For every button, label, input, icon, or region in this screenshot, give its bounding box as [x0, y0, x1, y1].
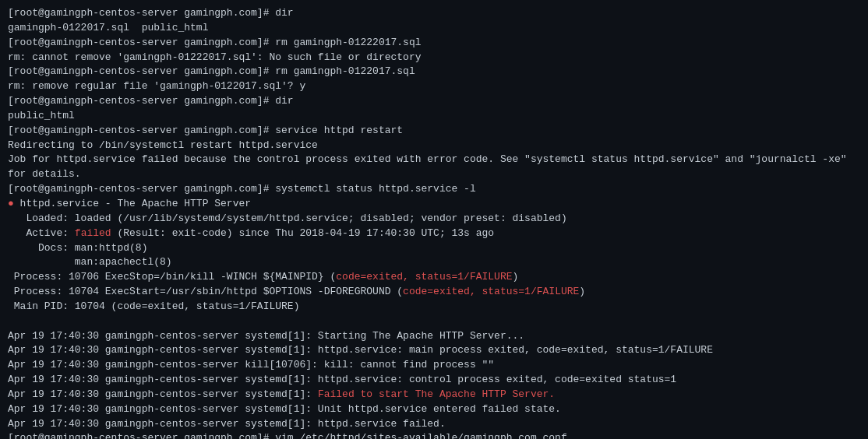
terminal-line: [root@gamingph-centos-server gamingph.co… — [8, 431, 860, 439]
terminal-line: Docs: man:httpd(8) — [8, 241, 860, 256]
terminal-line: [root@gamingph-centos-server gamingph.co… — [8, 124, 860, 139]
terminal-line: Apr 19 17:40:30 gamingph-centos-server s… — [8, 329, 860, 344]
terminal-line: [root@gamingph-centos-server gamingph.co… — [8, 36, 860, 51]
terminal-line: Main PID: 10704 (code=exited, status=1/F… — [8, 300, 860, 314]
terminal-line: Process: 10706 ExecStop=/bin/kill -WINCH… — [8, 270, 860, 285]
terminal-line: Apr 19 17:40:30 gamingph-centos-server s… — [8, 343, 860, 358]
terminal-line: Active: failed (Result: exit-code) since… — [8, 227, 860, 241]
terminal-line: rm: cannot remove 'gamingph-01222017.sql… — [8, 51, 860, 65]
terminal-line: Apr 19 17:40:30 gamingph-centos-server s… — [8, 402, 860, 417]
terminal-line: [root@gamingph-centos-server gamingph.co… — [8, 94, 860, 109]
terminal-line: Apr 19 17:40:30 gamingph-centos-server s… — [8, 417, 860, 432]
terminal-line: Process: 10704 ExecStart=/usr/sbin/httpd… — [8, 285, 860, 300]
terminal-line: man:apachectl(8) — [8, 255, 860, 270]
terminal-line: ● httpd.service - The Apache HTTP Server — [8, 197, 860, 212]
terminal-line: Redirecting to /bin/systemctl restart ht… — [8, 139, 860, 153]
terminal-line: Apr 19 17:40:30 gamingph-centos-server s… — [8, 373, 860, 388]
terminal-line — [8, 314, 860, 329]
terminal-output: [root@gamingph-centos-server gamingph.co… — [8, 6, 860, 439]
terminal-line: public_html — [8, 109, 860, 124]
terminal-line: Loaded: loaded (/usr/lib/systemd/system/… — [8, 212, 860, 227]
terminal-line: [root@gamingph-centos-server gamingph.co… — [8, 182, 860, 197]
terminal-line: Apr 19 17:40:30 gamingph-centos-server k… — [8, 358, 860, 373]
terminal-line: Job for httpd.service failed because the… — [8, 153, 860, 167]
terminal-line: rm: remove regular file 'gamingph-012201… — [8, 79, 860, 94]
terminal-line: gamingph-0122017.sql public_html — [8, 21, 860, 36]
terminal-window: [root@gamingph-centos-server gamingph.co… — [8, 6, 860, 439]
terminal-line: [root@gamingph-centos-server gamingph.co… — [8, 65, 860, 79]
terminal-line: for details. — [8, 167, 860, 182]
terminal-line: Apr 19 17:40:30 gamingph-centos-server s… — [8, 388, 860, 402]
terminal-line: [root@gamingph-centos-server gamingph.co… — [8, 6, 860, 21]
